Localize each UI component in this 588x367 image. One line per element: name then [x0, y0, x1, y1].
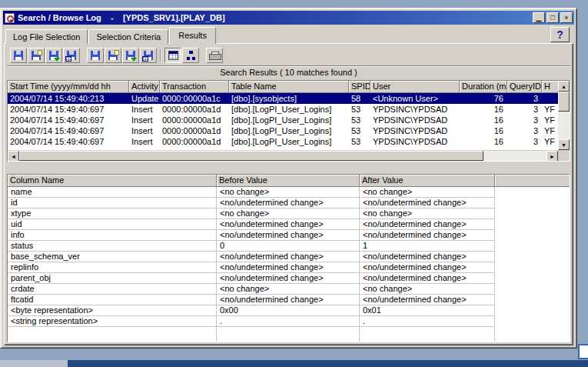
floppy-save-icon: [14, 51, 23, 60]
detail-column-header[interactable]: Column Name: [8, 175, 217, 187]
results-column-header[interactable]: User: [370, 81, 460, 93]
copy-rows-button[interactable]: [105, 48, 121, 63]
tab-log-file-selection[interactable]: Log File Selection: [5, 29, 88, 44]
save-rows-button[interactable]: [87, 48, 104, 63]
export-log-grid-button[interactable]: [63, 48, 80, 63]
result-cell: 53: [349, 136, 370, 147]
detail-cell: crdate: [8, 284, 217, 294]
copy-log-button[interactable]: [28, 48, 45, 63]
results-column-header[interactable]: Activity: [129, 81, 160, 93]
results-grid-body: 2004/07/14 15:49:40:213Update0000:00000a…: [8, 93, 558, 150]
app-window: Search / Browse Log - [YPDS_SRV1].[PLAY_…: [0, 8, 577, 349]
horizontal-scrollbar[interactable]: ◄ ►: [8, 150, 570, 161]
grid-overlay-icon: [142, 56, 148, 62]
detail-row[interactable]: status01: [8, 241, 495, 252]
detail-cell: 0x01: [360, 305, 495, 315]
result-cell: YPDSINC\YPDSAD: [370, 125, 460, 136]
detail-cell: <no/undetermined change>: [217, 262, 360, 272]
results-column-header[interactable]: Transaction: [160, 81, 229, 93]
detail-row[interactable]: <byte representation>0x000x01: [8, 305, 495, 316]
vertical-scroll-thumb[interactable]: [558, 92, 570, 112]
detail-cell: xtype: [8, 209, 217, 219]
export-rows-grid-button[interactable]: [140, 48, 157, 63]
result-cell: 53: [349, 104, 370, 115]
result-row[interactable]: 2004/07/14 15:49:40:213Update0000:00000a…: [8, 93, 558, 104]
detail-cell: parent_obj: [8, 273, 217, 283]
pane-splitter[interactable]: [6, 162, 571, 174]
detail-cell: <no/undetermined change>: [360, 252, 495, 262]
detail-rows: name<no change><no change>id<no/undeterm…: [8, 187, 570, 327]
detail-row[interactable]: info<no/undetermined change><no/undeterm…: [8, 230, 495, 241]
result-cell: <Unknown User>: [370, 93, 460, 104]
result-cell: Insert: [129, 104, 160, 115]
result-row[interactable]: 2004/07/14 15:49:40:697Insert0000:00000a…: [8, 136, 558, 147]
detail-row[interactable]: replinfo<no/undetermined change><no/unde…: [8, 262, 495, 273]
scroll-down-button[interactable]: ▼: [558, 139, 570, 150]
results-column-header[interactable]: Table Name: [229, 81, 349, 93]
detail-row[interactable]: id<no/undetermined change><no/undetermin…: [8, 198, 495, 209]
results-column-header[interactable]: Duration (ms): [460, 81, 507, 93]
close-button[interactable]: ×: [560, 12, 573, 23]
detail-row[interactable]: name<no change><no change>: [8, 187, 495, 198]
detail-cell: <no change>: [217, 187, 360, 197]
scroll-down-icon: ▼: [561, 142, 566, 148]
result-row[interactable]: 2004/07/14 15:49:40:697Insert0000:00000a…: [8, 104, 558, 115]
save-log-button[interactable]: [10, 48, 27, 63]
horizontal-scroll-thumb[interactable]: [19, 151, 483, 161]
detail-cell: <no/undetermined change>: [360, 230, 495, 240]
result-row[interactable]: 2004/07/14 15:49:40:697Insert0000:00000a…: [8, 115, 558, 125]
hierarchy-view-button[interactable]: [182, 48, 199, 63]
grid-view-button[interactable]: [164, 48, 181, 63]
tab-selection-criteria[interactable]: Selection Criteria: [88, 29, 168, 44]
grid-column-line: [359, 187, 360, 342]
maximize-button[interactable]: □: [546, 12, 559, 23]
horizontal-scroll-track[interactable]: [19, 151, 546, 161]
detail-cell: <no/undetermined change>: [360, 262, 495, 272]
export-rows-button[interactable]: [122, 48, 139, 63]
scroll-right-button[interactable]: ►: [546, 151, 558, 162]
background-window-edge-highlight: [0, 360, 68, 367]
detail-cell: <no change>: [360, 284, 495, 294]
result-cell: Update: [129, 93, 160, 104]
detail-row[interactable]: uid<no/undetermined change><no/undetermi…: [8, 219, 495, 230]
results-column-header[interactable]: H: [542, 81, 558, 93]
result-cell: 3: [507, 93, 542, 104]
detail-cell: .: [360, 316, 495, 326]
tab-results[interactable]: Results: [169, 27, 216, 44]
results-column-header[interactable]: QueryID: [507, 81, 542, 93]
detail-row[interactable]: <string representation>..: [8, 316, 495, 327]
detail-row[interactable]: xtype<no change><no change>: [8, 209, 495, 219]
results-column-header[interactable]: Start Time (yyyy/mm/dd hh: [8, 81, 129, 93]
detail-row[interactable]: crdate<no change><no change>: [8, 284, 495, 295]
detail-cell: <no/undetermined change>: [217, 295, 360, 305]
detail-row[interactable]: ftcatid<no/undetermined change><no/undet…: [8, 295, 495, 305]
vertical-scrollbar[interactable]: ▲ ▼: [558, 81, 570, 150]
result-cell: 76: [460, 93, 507, 104]
result-cell: YF: [542, 115, 558, 125]
detail-column-header[interactable]: Before Value: [217, 175, 360, 187]
result-cell: [dbo].[LogPI_User_Logins]: [229, 136, 349, 147]
print-button[interactable]: [206, 48, 223, 63]
result-cell: 16: [460, 115, 507, 125]
help-button[interactable]: ?: [550, 27, 570, 42]
result-row[interactable]: 2004/07/14 15:49:40:697Insert0000:00000a…: [8, 125, 558, 136]
page-overlay-icon: [38, 50, 42, 55]
detail-cell: 0x00: [217, 305, 360, 315]
results-column-header[interactable]: SPID: [349, 81, 370, 93]
export-log-button[interactable]: [45, 48, 62, 63]
detail-row[interactable]: base_schema_ver<no/undetermined change><…: [8, 252, 495, 262]
window-title: Search / Browse Log - [YPDS_SRV1].[PLAY_…: [18, 13, 531, 22]
result-cell: 0000:00000a1c: [160, 93, 229, 104]
minimize-button[interactable]: ▁: [533, 12, 545, 23]
result-cell: [542, 93, 558, 104]
result-cell: 3: [507, 115, 542, 125]
scroll-left-button[interactable]: ◄: [8, 151, 19, 162]
vertical-scroll-track[interactable]: [558, 112, 570, 139]
detail-row[interactable]: parent_obj<no/undetermined change><no/un…: [8, 273, 495, 284]
title-bar[interactable]: Search / Browse Log - [YPDS_SRV1].[PLAY_…: [3, 11, 574, 25]
client-area: Log File SelectionSelection CriteriaResu…: [3, 25, 574, 345]
detail-cell: <string representation>: [8, 316, 217, 326]
detail-cell: <no/undetermined change>: [217, 198, 360, 208]
detail-column-header[interactable]: After Value: [360, 175, 495, 187]
scroll-up-button[interactable]: ▲: [558, 81, 570, 92]
